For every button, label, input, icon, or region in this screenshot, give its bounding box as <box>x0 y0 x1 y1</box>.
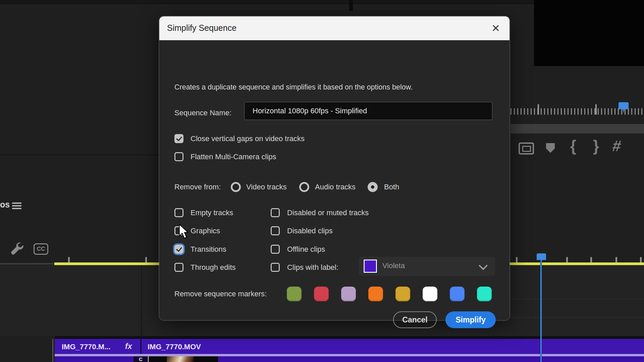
checkbox-disabled-muted-tracks[interactable] <box>271 208 280 217</box>
cancel-button[interactable]: Cancel <box>393 311 437 328</box>
clip-edit-point[interactable] <box>140 335 142 354</box>
clip-name-2[interactable]: IMG_7770.MOV <box>148 343 201 351</box>
edit-tick <box>145 257 147 262</box>
radio-both-label[interactable]: Both <box>384 182 399 192</box>
edit-tick <box>516 257 518 262</box>
add-marker-icon[interactable] <box>546 143 555 153</box>
checkbox-empty-tracks-label[interactable]: Empty tracks <box>191 208 233 218</box>
track-gap <box>55 336 644 339</box>
label-color-value: Violeta <box>382 261 405 270</box>
fx-badge: fx <box>125 342 132 351</box>
clip-boundary-line <box>141 265 142 336</box>
filmstrip-frame <box>149 356 167 362</box>
filmstrip-thumbnail <box>167 356 194 362</box>
display-settings-icon-inner <box>522 146 531 152</box>
edit-tick <box>566 257 568 262</box>
track-separator <box>509 299 644 299</box>
checkbox-offline-clips-label[interactable]: Offline clips <box>287 245 325 254</box>
checkbox-disabled-muted-tracks-label[interactable]: Disabled or muted tracks <box>287 208 369 218</box>
checkbox-disabled-clips-label[interactable]: Disabled clips <box>287 226 333 236</box>
marker-swatch-blue[interactable] <box>450 287 465 301</box>
checkbox-flatten-multicamera[interactable] <box>174 152 183 161</box>
marker-swatch-lavender[interactable] <box>341 287 356 301</box>
radio-video-tracks-label[interactable]: Video tracks <box>246 182 287 192</box>
label-color-swatch <box>364 259 377 273</box>
checkbox-offline-clips[interactable] <box>271 245 280 254</box>
radio-audio-tracks-label[interactable]: Audio tracks <box>315 182 356 192</box>
marker-color-row <box>287 287 492 301</box>
panel-divider-notch <box>349 0 353 11</box>
timeline-scroll-band[interactable] <box>511 124 644 133</box>
ruler-major-tick <box>538 104 539 115</box>
label-color-dropdown[interactable]: Violeta <box>359 257 495 276</box>
dialog-body: Creates a duplicate sequence and simplif… <box>159 40 509 320</box>
edit-tick <box>590 257 592 262</box>
playhead-line[interactable] <box>540 261 542 362</box>
edit-tick <box>640 257 642 262</box>
checkbox-through-edits[interactable] <box>174 263 183 272</box>
radio-audio-tracks[interactable] <box>299 182 309 192</box>
out-point-brace-icon[interactable]: } <box>593 138 599 154</box>
checkbox-disabled-clips[interactable] <box>271 226 280 235</box>
marker-swatch-green[interactable] <box>287 287 302 301</box>
sequence-name-input[interactable] <box>244 102 492 120</box>
dialog-titlebar[interactable]: Simplify Sequence ✕ <box>159 16 509 40</box>
radio-both[interactable] <box>368 182 378 192</box>
snapping-grid-icon[interactable]: # <box>611 138 622 154</box>
edit-tick <box>615 257 617 262</box>
simplify-sequence-dialog: Simplify Sequence ✕ Creates a duplicate … <box>159 16 509 320</box>
checkbox-clips-with-label[interactable] <box>271 263 280 272</box>
marker-swatch-red[interactable] <box>314 287 329 301</box>
remove-from-label: Remove from: <box>174 182 221 192</box>
clip-thumbnail-badge: C <box>133 356 148 362</box>
track-separator <box>509 317 644 318</box>
captions-icon[interactable]: CC <box>34 243 48 255</box>
chevron-down-icon <box>479 261 488 270</box>
premiere-app-window: { } # os CC IMG_7770.M... fx IMG_7770.MO… <box>0 0 644 362</box>
checkbox-graphics-label[interactable]: Graphics <box>191 226 220 236</box>
marker-swatch-gold[interactable] <box>395 287 410 301</box>
display-settings-icon[interactable] <box>519 142 534 155</box>
video-clip-header[interactable] <box>55 339 644 354</box>
checkbox-through-edits-label[interactable]: Through edits <box>191 263 236 272</box>
mouse-cursor <box>178 224 189 240</box>
marker-swatch-mint[interactable] <box>477 287 492 301</box>
checkbox-clips-with-label-label[interactable]: Clips with label: <box>287 263 338 272</box>
filmstrip-frame <box>194 356 218 362</box>
program-monitor <box>534 0 644 66</box>
in-point-brace-icon[interactable]: { <box>570 138 576 154</box>
checkbox-flatten-multicamera-label[interactable]: Flatten Multi-Camera clips <box>191 152 276 162</box>
checkbox-transitions[interactable] <box>174 245 183 254</box>
checkbox-close-vertical-gaps[interactable] <box>174 134 183 143</box>
dialog-description: Creates a duplicate sequence and simplif… <box>174 82 413 92</box>
wrench-icon[interactable] <box>9 241 24 257</box>
edit-tick <box>68 257 70 262</box>
panel-divider <box>0 155 160 155</box>
clip-header-separator <box>55 354 644 356</box>
remove-markers-label: Remove sequence markers: <box>174 289 267 299</box>
simplify-button[interactable]: Simplify <box>445 311 496 328</box>
close-button[interactable]: ✕ <box>488 20 503 36</box>
checkbox-empty-tracks[interactable] <box>174 208 183 217</box>
radio-video-tracks[interactable] <box>231 182 241 192</box>
marker-swatch-white[interactable] <box>423 287 437 301</box>
track-edge-stub <box>0 263 54 264</box>
checkbox-close-vertical-gaps-label[interactable]: Close vertical gaps on video tracks <box>191 134 305 143</box>
marker-swatch-orange[interactable] <box>368 287 383 301</box>
ruler-major-tick <box>595 104 597 115</box>
checkbox-transitions-label[interactable]: Transitions <box>191 245 226 254</box>
sequence-name-label: Sequence Name: <box>174 108 231 118</box>
panel-title-fragment: os <box>0 200 10 209</box>
track-content-edge <box>52 339 53 362</box>
close-icon: ✕ <box>491 22 500 35</box>
panel-menu-icon[interactable] <box>12 202 21 210</box>
dialog-title: Simplify Sequence <box>167 23 236 33</box>
clip-name-1[interactable]: IMG_7770.M... <box>62 343 111 351</box>
